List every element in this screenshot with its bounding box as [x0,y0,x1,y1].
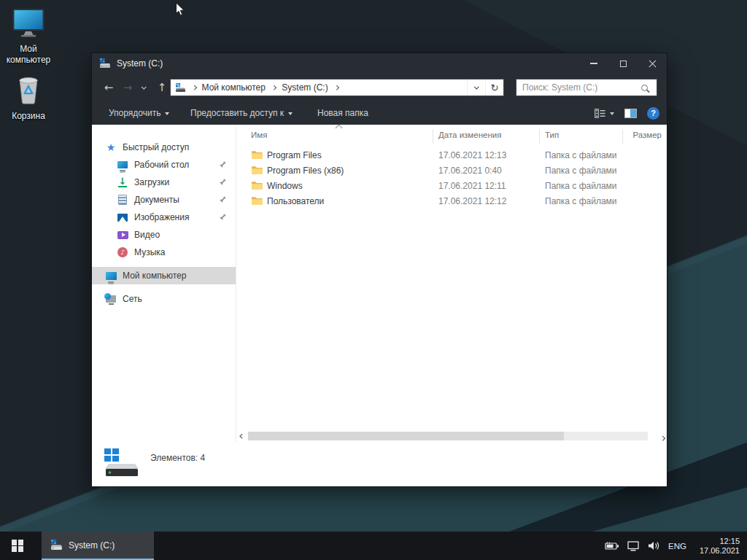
column-divider[interactable] [539,129,540,144]
close-icon [649,60,657,68]
taskbar-clock[interactable]: 12:15 17.06.2021 [694,537,740,556]
recycle-bin-icon [17,76,40,105]
address-bar[interactable]: Мой компьютер System (C:) ↻ [170,79,504,96]
chevron-down-icon [142,84,146,88]
downloads-icon: ↓ [117,176,128,188]
network-icon [105,293,117,305]
videos-icon [117,229,128,241]
new-folder-button[interactable]: Новая папка [317,101,368,125]
drive-icon [50,540,63,551]
dropdown-arrow-icon [165,112,169,117]
up-button[interactable]: ↑ [154,74,170,101]
window-title: System (C:) [117,58,163,69]
pin-icon [219,195,227,203]
refresh-button[interactable]: ↻ [485,79,503,96]
sidebar-item-this-pc[interactable]: Мой компьютер [92,267,236,284]
folder-icon [251,196,263,208]
sidebar-item-music[interactable]: ♪ Музыка [92,244,236,261]
back-button[interactable]: ← [101,74,117,101]
battery-icon[interactable] [605,542,619,551]
clock-time: 12:15 [694,537,740,546]
volume-icon[interactable] [648,541,660,551]
column-divider[interactable] [433,129,433,144]
column-divider[interactable] [622,129,623,144]
chevron-right-icon [192,85,196,90]
quick-access-star-icon: ★ [105,141,117,153]
music-icon: ♪ [117,246,128,258]
folder-icon [251,150,263,162]
windows-logo-icon [12,540,24,552]
close-button[interactable] [638,53,667,74]
sidebar-item-network[interactable]: Сеть [92,290,236,308]
scroll-left-button[interactable] [236,435,248,438]
search-box [516,79,657,96]
scrollbar-thumb[interactable] [248,432,564,440]
preview-pane-icon[interactable] [624,109,637,118]
monitor-icon [12,9,45,38]
window-chrome: System (C:) ← → ↑ [92,53,667,125]
pin-icon [219,178,227,186]
minimize-button[interactable] [579,53,608,74]
horizontal-scrollbar [236,431,667,441]
breadcrumb-item-drive[interactable]: System (C:) [282,82,328,93]
network-icon[interactable] [627,541,640,551]
folder-icon [251,166,263,177]
computer-icon [105,270,117,281]
sidebar-item-videos[interactable]: Видео [92,226,236,244]
sidebar-item-pictures[interactable]: Изображения [92,209,236,226]
column-header-date[interactable]: Дата изменения [438,131,501,139]
sidebar-item-downloads[interactable]: ↓ Загрузки [92,174,236,191]
breadcrumb-item-computer[interactable]: Мой компьютер [202,82,266,93]
items-count: Элементов: 4 [150,453,205,463]
documents-icon [117,194,128,206]
desktop: { "desktop": { "icons": { "computer": { … [0,0,747,560]
folder-icon [251,181,263,192]
sidebar-item-documents[interactable]: Документы [92,191,236,209]
breadcrumb: Мой компьютер System (C:) [186,82,344,93]
status-bar: Элементов: 4 [92,443,667,486]
details-view-icon [595,109,605,118]
clock-date: 17.06.2021 [694,546,740,556]
file-row[interactable]: Windows 17.06.2021 12:11 Папка с файлами [236,179,667,194]
sidebar-item-quick-access[interactable]: ★ Быстрый доступ [92,139,236,156]
help-button[interactable]: ? [647,107,659,120]
system-drive-icon [103,447,141,482]
window-body: ★ Быстрый доступ Рабочий стол ↓ Загрузки… [92,125,667,443]
view-mode-button[interactable] [595,109,614,118]
search-icon[interactable] [641,85,648,91]
desktop-icon-label: Мой компьютер [0,44,57,66]
maximize-button[interactable] [608,53,638,74]
language-indicator[interactable]: ENG [668,542,686,551]
address-dropdown-button[interactable] [467,79,485,96]
desktop-icon-my-computer[interactable]: Мой компьютер [0,9,57,66]
chevron-right-icon [271,85,276,90]
taskbar-task-explorer[interactable]: System (C:) [42,532,154,560]
column-headers: Имя Дата изменения Тип Размер [236,128,667,145]
scrollbar-track[interactable] [248,432,648,440]
column-header-size[interactable]: Размер [628,131,662,139]
file-row[interactable]: Пользователи 17.06.2021 12:12 Папка с фа… [236,194,667,209]
forward-button[interactable]: → [120,74,136,101]
chevron-right-icon [334,85,338,90]
scroll-right-button[interactable] [661,429,665,443]
recent-locations-button[interactable] [138,74,150,101]
pin-icon [219,160,227,168]
share-access-button[interactable]: Предоставить доступ к [190,101,293,125]
file-row[interactable]: Program Files (x86) 17.06.2021 0:40 Папк… [236,163,667,179]
start-button[interactable] [0,532,35,560]
search-input[interactable] [516,82,641,93]
dropdown-arrow-icon [610,112,614,117]
desktop-icon-recycle-bin[interactable]: Корзина [0,76,57,122]
explorer-window: System (C:) ← → ↑ [91,52,667,487]
organize-button[interactable]: Упорядочить [109,101,169,125]
desktop-folder-icon [117,159,128,171]
file-list-pane: Имя Дата изменения Тип Размер Program Fi… [236,125,667,443]
desktop-icon-label: Корзина [0,111,57,122]
file-rows: Program Files 17.06.2021 12:13 Папка с ф… [236,148,667,209]
taskbar: System (C:) ENG 12:15 17.06.2021 [0,532,747,560]
file-row[interactable]: Program Files 17.06.2021 12:13 Папка с ф… [236,148,667,163]
column-header-name[interactable]: Имя [251,131,267,139]
task-label: System (C:) [69,540,115,551]
sidebar-item-desktop[interactable]: Рабочий стол [92,156,236,174]
column-header-type[interactable]: Тип [545,131,559,139]
